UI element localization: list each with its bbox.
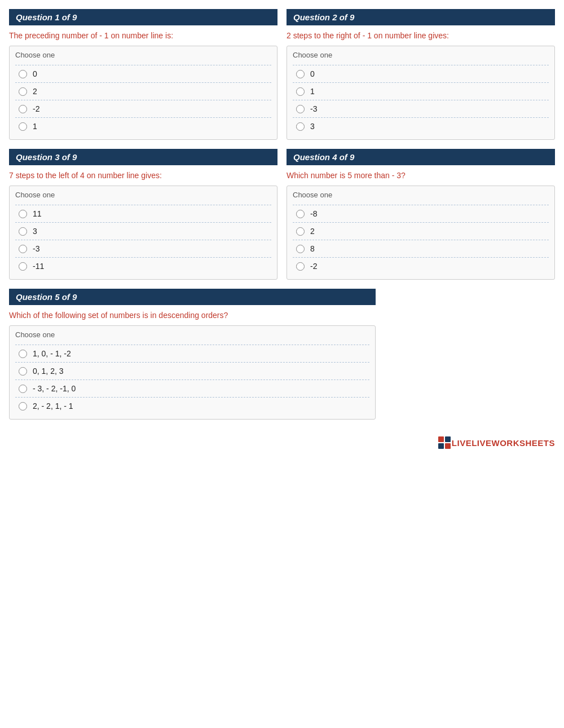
question-4-choices-box: Choose one -8 2 8 -2 — [287, 186, 555, 280]
question-1-choice-label-3: 1 — [33, 122, 37, 131]
question-3-block: Question 3 of 9 7 steps to the left of 4… — [9, 149, 277, 280]
question-1-radio-1[interactable] — [19, 87, 27, 96]
question-5-choice-label-2: - 3, - 2, -1, 0 — [33, 384, 76, 393]
question-3-header: Question 3 of 9 — [9, 149, 277, 165]
question-3-choice-0[interactable]: 11 — [15, 205, 271, 222]
question-2-choice-label-0: 0 — [310, 69, 315, 78]
question-1-radio-3[interactable] — [19, 122, 27, 131]
question-3-choices-box: Choose one 11 3 -3 -11 — [9, 186, 277, 280]
brand-logo: LIVELIVEWORKSHEETS — [438, 436, 555, 449]
question-5-choice-3[interactable]: 2, - 2, 1, - 1 — [15, 397, 369, 414]
question-2-choice-label-1: 1 — [310, 87, 315, 96]
question-5-radio-2[interactable] — [19, 385, 27, 393]
question-3-radio-3[interactable] — [19, 262, 27, 271]
question-2-radio-1[interactable] — [296, 87, 305, 96]
question-5-choice-label-3: 2, - 2, 1, - 1 — [33, 401, 73, 411]
question-1-radio-2[interactable] — [19, 105, 27, 113]
question-4-choice-label-2: 8 — [310, 244, 315, 253]
question-1-block: Question 1 of 9 The preceding number of … — [9, 9, 277, 140]
brand-logo-icon — [438, 436, 451, 449]
question-3-text: 7 steps to the left of 4 on number line … — [9, 171, 277, 180]
brand-name: LIVELIVEWORKSHEETS — [452, 438, 555, 448]
question-1-choice-0[interactable]: 0 — [15, 65, 271, 82]
question-2-choice-2[interactable]: -3 — [293, 100, 549, 117]
question-4-choice-2[interactable]: 8 — [293, 240, 549, 257]
question-3-choice-2[interactable]: -3 — [15, 240, 271, 257]
brand-footer: LIVELIVEWORKSHEETS — [9, 436, 555, 449]
question-2-radio-2[interactable] — [296, 105, 305, 113]
question-5-choice-label-1: 0, 1, 2, 3 — [33, 367, 63, 376]
question-5-radio-3[interactable] — [19, 402, 27, 411]
question-1-text: The preceding number of - 1 on number li… — [9, 31, 277, 40]
question-2-choice-1[interactable]: 1 — [293, 82, 549, 100]
question-4-choice-label-3: -2 — [310, 262, 317, 271]
question-2-choices-box: Choose one 0 1 -3 3 — [287, 46, 555, 140]
question-1-choose-label: Choose one — [15, 51, 271, 61]
question-4-choice-0[interactable]: -8 — [293, 205, 549, 222]
question-1-choice-1[interactable]: 2 — [15, 82, 271, 100]
question-1-choice-label-0: 0 — [33, 69, 37, 78]
question-4-choice-label-1: 2 — [310, 227, 315, 236]
question-1-choice-label-1: 2 — [33, 87, 37, 96]
question-4-choice-1[interactable]: 2 — [293, 222, 549, 240]
question-3-radio-0[interactable] — [19, 210, 27, 218]
question-3-choice-1[interactable]: 3 — [15, 222, 271, 240]
question-3-choice-label-0: 11 — [33, 209, 42, 218]
question-2-radio-3[interactable] — [296, 122, 305, 131]
question-5-radio-0[interactable] — [19, 350, 27, 358]
question-4-header: Question 4 of 9 — [287, 149, 555, 165]
question-3-choose-label: Choose one — [15, 191, 271, 201]
question-1-choice-3[interactable]: 1 — [15, 117, 271, 135]
question-5-choices-box: Choose one 1, 0, - 1, -2 0, 1, 2, 3 - 3,… — [9, 325, 376, 420]
question-2-radio-0[interactable] — [296, 70, 305, 78]
question-3-choice-label-2: -3 — [33, 244, 39, 253]
question-1-header: Question 1 of 9 — [9, 9, 277, 25]
question-5-radio-1[interactable] — [19, 367, 27, 376]
question-4-radio-2[interactable] — [296, 245, 305, 253]
question-4-text: Which number is 5 more than - 3? — [287, 171, 555, 180]
question-5-choose-label: Choose one — [15, 330, 369, 341]
question-5-choice-label-0: 1, 0, - 1, -2 — [33, 349, 71, 358]
brand-name-highlight: LIVE — [452, 438, 472, 448]
question-5-text: Which of the following set of numbers is… — [9, 311, 376, 320]
question-4-choice-3[interactable]: -2 — [293, 257, 549, 275]
question-2-block: Question 2 of 9 2 steps to the right of … — [287, 9, 555, 140]
question-2-choice-label-3: 3 — [310, 122, 315, 131]
question-3-choice-label-1: 3 — [33, 227, 37, 236]
question-4-radio-0[interactable] — [296, 210, 305, 218]
question-5-choice-2[interactable]: - 3, - 2, -1, 0 — [15, 380, 369, 397]
question-3-choice-3[interactable]: -11 — [15, 257, 271, 275]
question-2-header: Question 2 of 9 — [287, 9, 555, 25]
question-5-header: Question 5 of 9 — [9, 289, 376, 305]
question-4-choice-label-0: -8 — [310, 209, 317, 218]
question-5-block: Question 5 of 9 Which of the following s… — [9, 289, 376, 420]
question-2-choice-0[interactable]: 0 — [293, 65, 549, 82]
question-5-choice-0[interactable]: 1, 0, - 1, -2 — [15, 345, 369, 362]
question-4-radio-1[interactable] — [296, 227, 305, 236]
question-2-choose-label: Choose one — [293, 51, 549, 61]
question-3-radio-1[interactable] — [19, 227, 27, 236]
question-1-choice-label-2: -2 — [33, 104, 39, 113]
question-1-radio-0[interactable] — [19, 70, 27, 78]
question-2-choice-label-2: -3 — [310, 104, 317, 113]
question-2-choice-3[interactable]: 3 — [293, 117, 549, 135]
question-1-choices-box: Choose one 0 2 -2 1 — [9, 46, 277, 140]
question-5-choice-1[interactable]: 0, 1, 2, 3 — [15, 362, 369, 380]
question-4-block: Question 4 of 9 Which number is 5 more t… — [287, 149, 555, 280]
question-1-choice-2[interactable]: -2 — [15, 100, 271, 117]
question-4-choose-label: Choose one — [293, 191, 549, 201]
question-3-radio-2[interactable] — [19, 245, 27, 253]
question-2-text: 2 steps to the right of - 1 on number li… — [287, 31, 555, 40]
question-3-choice-label-3: -11 — [33, 262, 44, 271]
question-4-radio-3[interactable] — [296, 262, 305, 271]
